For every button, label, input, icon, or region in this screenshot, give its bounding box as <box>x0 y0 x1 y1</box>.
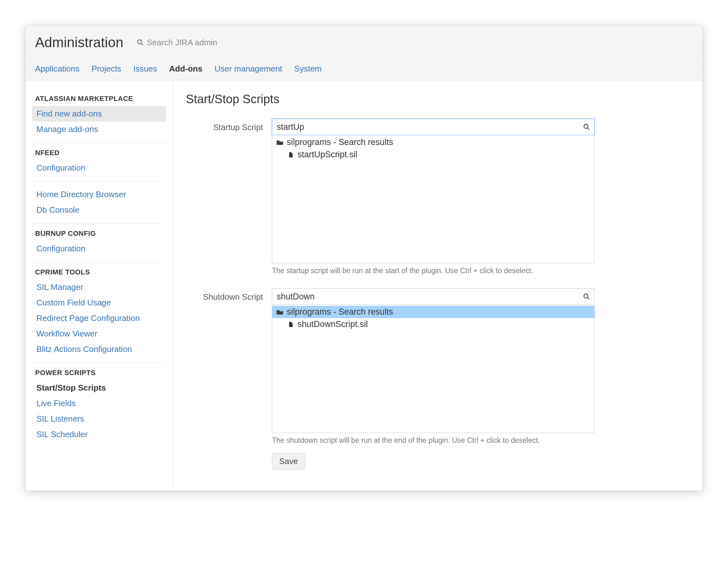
nav-tab-add-ons[interactable]: Add-ons <box>169 58 202 80</box>
tree-folder-label: silprograms - Search results <box>287 307 393 317</box>
sidebar-item-workflow-viewer[interactable]: Workflow Viewer <box>32 326 166 342</box>
admin-nav: ApplicationsProjectsIssuesAdd-onsUser ma… <box>26 57 702 80</box>
sidebar-item-configuration[interactable]: Configuration <box>32 160 166 176</box>
sidebar-item-home-directory-browser[interactable]: Home Directory Browser <box>32 187 166 202</box>
admin-search-placeholder: Search JIRA admin <box>147 38 218 47</box>
admin-header: Administration Search JIRA admin <box>26 26 702 57</box>
file-icon <box>287 321 294 328</box>
nav-tab-applications[interactable]: Applications <box>35 58 80 80</box>
startup-script-input-wrap[interactable] <box>272 119 595 135</box>
sidebar-heading: ATLASSIAN MARKETPLACE <box>32 92 166 106</box>
search-icon[interactable] <box>583 123 590 130</box>
admin-page: Administration Search JIRA admin Applica… <box>25 25 703 491</box>
sidebar-item-manage-add-ons[interactable]: Manage add-ons <box>32 122 166 137</box>
page-header-title: Administration <box>35 34 123 50</box>
sidebar-item-blitz-actions-configuration[interactable]: Blitz Actions Configuration <box>32 342 166 357</box>
sidebar-item-live-fields[interactable]: Live Fields <box>32 395 166 411</box>
folder-open-icon <box>276 308 283 316</box>
sidebar-item-find-new-add-ons[interactable]: Find new add-ons <box>32 106 166 122</box>
shutdown-script-tree: silprograms - Search results shutDownScr… <box>272 305 595 433</box>
tree-folder-row[interactable]: silprograms - Search results <box>272 306 594 318</box>
shutdown-script-label: Shutdown Script <box>186 289 272 302</box>
page-title: Start/Stop Scripts <box>186 92 687 106</box>
startup-script-row: Startup Script silprograms - S <box>186 119 687 283</box>
sidebar-item-sil-scheduler[interactable]: SIL Scheduler <box>32 427 166 442</box>
tree-file-row[interactable]: shutDownScript.sil <box>272 318 594 330</box>
shutdown-script-row: Shutdown Script silprograms - <box>186 289 687 470</box>
save-button[interactable]: Save <box>272 453 305 470</box>
nav-tab-user-management[interactable]: User management <box>215 58 282 80</box>
startup-script-input[interactable] <box>277 122 583 132</box>
folder-open-icon <box>276 139 283 146</box>
startup-help-text: The startup script will be run at the st… <box>272 266 595 275</box>
shutdown-script-input[interactable] <box>277 292 583 302</box>
main-content: Start/Stop Scripts Startup Script <box>173 80 702 491</box>
tree-folder-row[interactable]: silprograms - Search results <box>272 136 594 148</box>
sidebar-item-custom-field-usage[interactable]: Custom Field Usage <box>32 295 166 311</box>
sidebar-item-start-stop-scripts[interactable]: Start/Stop Scripts <box>32 380 166 395</box>
nav-tab-projects[interactable]: Projects <box>92 58 121 80</box>
nav-tab-system[interactable]: System <box>294 58 322 80</box>
shutdown-script-input-wrap[interactable] <box>272 289 595 305</box>
sidebar-heading: POWER SCRIPTS <box>32 363 166 380</box>
sidebar-item-configuration[interactable]: Configuration <box>32 241 166 256</box>
search-icon[interactable] <box>583 293 590 300</box>
sidebar: ATLASSIAN MARKETPLACEFind new add-onsMan… <box>26 80 173 491</box>
search-icon <box>137 39 144 46</box>
sidebar-item-sil-manager[interactable]: SIL Manager <box>32 279 166 295</box>
sidebar-heading: BURNUP CONFIG <box>32 223 166 241</box>
sidebar-item-sil-listeners[interactable]: SIL Listeners <box>32 411 166 427</box>
sidebar-heading: NFEED <box>32 143 166 160</box>
startup-script-tree: silprograms - Search results startUpScri… <box>272 135 595 263</box>
tree-file-label: startUpScript.sil <box>297 150 357 159</box>
tree-file-row[interactable]: startUpScript.sil <box>272 148 594 161</box>
nav-tab-issues[interactable]: Issues <box>133 58 157 80</box>
sidebar-heading: CPRIME TOOLS <box>32 262 166 279</box>
sidebar-item-redirect-page-configuration[interactable]: Redirect Page Configuration <box>32 311 166 326</box>
file-icon <box>287 151 294 158</box>
admin-search[interactable]: Search JIRA admin <box>137 38 218 47</box>
startup-script-label: Startup Script <box>186 119 272 132</box>
tree-file-label: shutDownScript.sil <box>297 319 368 329</box>
shutdown-help-text: The shutdown script will be run at the e… <box>272 436 595 445</box>
sidebar-item-db-console[interactable]: Db Console <box>32 202 166 218</box>
tree-folder-label: silprograms - Search results <box>287 137 393 147</box>
